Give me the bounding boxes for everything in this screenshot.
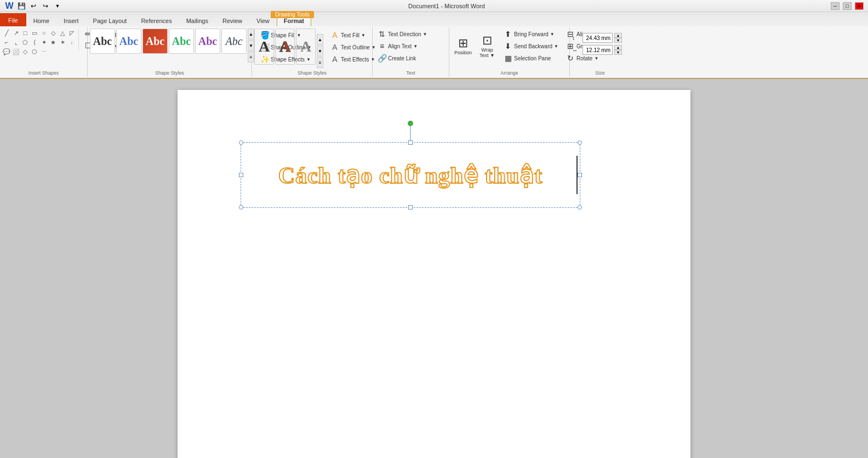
undo-icon[interactable]: ↩ bbox=[28, 1, 38, 11]
shape-style-2[interactable]: Abc bbox=[116, 29, 141, 54]
rotate-handle[interactable] bbox=[408, 121, 413, 126]
selection-pane-button[interactable]: ▦ Selection Pane bbox=[501, 53, 561, 64]
shape-style-3[interactable]: Abc bbox=[142, 29, 168, 54]
tab-home[interactable]: Home bbox=[26, 14, 56, 26]
insert-shapes-content: ╱ ↗ □ ▭ ○ ◇ △ ◸ ⌐ ⌞ ⬠ ⟨ ✦ bbox=[2, 29, 85, 76]
triangle-shape[interactable]: △ bbox=[58, 29, 67, 37]
word-icon[interactable]: W bbox=[4, 1, 14, 11]
tab-page-layout[interactable]: Page Layout bbox=[86, 14, 134, 26]
rect-shape[interactable]: □ bbox=[21, 29, 30, 37]
wordart-scroll-down[interactable]: ▼ bbox=[317, 46, 323, 56]
scroll-shape[interactable]: ↓ bbox=[67, 38, 76, 47]
text-effects-button[interactable]: A Text Effects ▼ bbox=[328, 54, 379, 65]
save-icon[interactable]: 💾 bbox=[16, 1, 26, 11]
height-row: ↕ ▲ ▼ bbox=[572, 33, 622, 43]
tab-review[interactable]: Review bbox=[215, 14, 249, 26]
quick-access-toolbar: W 💾 ↩ ↪ ▼ bbox=[4, 1, 62, 11]
wordart-text-style-1[interactable]: A bbox=[254, 29, 274, 65]
shape-style-4[interactable]: Abc bbox=[169, 29, 194, 54]
bent-shape[interactable]: ⌞ bbox=[12, 38, 20, 47]
shape-style-6[interactable]: Abc bbox=[221, 29, 247, 54]
diamond-shape[interactable]: ◇ bbox=[49, 29, 58, 37]
position-button[interactable]: ⊞ Position bbox=[452, 29, 475, 65]
shape-style-5[interactable]: Abc bbox=[195, 29, 220, 54]
tab-mailings[interactable]: Mailings bbox=[179, 14, 215, 26]
insert-shapes-label: Insert Shapes bbox=[0, 70, 87, 76]
arrow-shape[interactable]: ↗ bbox=[12, 29, 20, 37]
window-title: Document1 - Microsoft Word bbox=[62, 3, 831, 9]
wordart-text-style-3[interactable]: A bbox=[296, 29, 316, 65]
wordart-more[interactable]: ≡ bbox=[317, 57, 323, 68]
wordart-text-style-2[interactable]: A bbox=[275, 29, 295, 65]
chevron-shape[interactable]: ⟨ bbox=[30, 38, 39, 47]
text-outline-button[interactable]: A Text Outline ▼ bbox=[328, 42, 379, 53]
handle-top-left[interactable] bbox=[239, 140, 243, 145]
customize-icon[interactable]: ▼ bbox=[53, 1, 62, 11]
ribbon-content: ╱ ↗ □ ▭ ○ ◇ △ ◸ ⌐ ⌞ ⬠ ⟨ ✦ bbox=[0, 26, 868, 78]
flow2-shape[interactable]: ◇ bbox=[21, 47, 30, 56]
tab-references[interactable]: References bbox=[134, 14, 179, 26]
height-down-arrow[interactable]: ▼ bbox=[614, 38, 622, 43]
position-icon: ⊞ bbox=[458, 37, 468, 49]
shape-styles-content: Abc Abc Abc Abc Abc Abc ▲ ▼ ≡ � bbox=[90, 29, 249, 76]
document-area: Cách tạo chữ nghệ thuật bbox=[0, 79, 868, 458]
angle-shape[interactable]: ⌐ bbox=[2, 38, 11, 47]
redo-icon[interactable]: ↪ bbox=[41, 1, 50, 11]
pentagon-shape[interactable]: ⬠ bbox=[21, 38, 30, 47]
create-link-icon: 🔗 bbox=[378, 54, 386, 63]
close-button[interactable]: ✕ bbox=[855, 2, 864, 10]
text-group-content: ⇅ Text Direction ▼ ≡ Align Text ▼ 🔗 Crea… bbox=[375, 29, 447, 76]
wordart-textbox[interactable]: Cách tạo chữ nghệ thuật bbox=[241, 142, 580, 208]
width-input[interactable] bbox=[583, 45, 613, 55]
flow1-shape[interactable]: ⬜ bbox=[12, 47, 20, 56]
flow3-shape[interactable]: ⬡ bbox=[30, 47, 39, 56]
more-shapes[interactable]: ⋯ bbox=[39, 47, 48, 56]
callout-shape[interactable]: 💬 bbox=[2, 47, 11, 56]
text-effects-icon: A bbox=[330, 55, 339, 64]
wrap-text-button[interactable]: ⊡ WrapText ▼ bbox=[476, 29, 499, 65]
arrange-content: ⊞ Position ⊡ WrapText ▼ ⬆ Bring Forward … bbox=[452, 29, 567, 76]
star6-shape[interactable]: ✶ bbox=[58, 38, 67, 47]
create-link-button[interactable]: 🔗 Create Link bbox=[375, 53, 430, 64]
group-arrange: ⊞ Position ⊡ WrapText ▼ ⬆ Bring Forward … bbox=[449, 27, 570, 77]
ribbon-tab-row: File Home Insert Page Layout References … bbox=[0, 13, 868, 26]
text-direction-button[interactable]: ⇅ Text Direction ▼ bbox=[375, 29, 430, 39]
star5-shape[interactable]: ★ bbox=[49, 38, 58, 47]
tab-file[interactable]: File bbox=[0, 13, 26, 26]
align-text-button[interactable]: ≡ Align Text ▼ bbox=[375, 41, 430, 52]
restore-button[interactable]: □ bbox=[843, 2, 852, 10]
handle-bottom-center[interactable] bbox=[408, 205, 413, 210]
handle-middle-right[interactable] bbox=[578, 173, 582, 177]
star4-shape[interactable]: ✦ bbox=[39, 38, 48, 47]
shape-style-1[interactable]: Abc bbox=[90, 29, 115, 54]
align-text-icon: ≡ bbox=[378, 42, 386, 50]
bring-forward-icon: ⬆ bbox=[504, 30, 512, 38]
text-fill-button[interactable]: A Text Fill ▼ bbox=[328, 30, 379, 41]
width-down-arrow[interactable]: ▼ bbox=[614, 50, 622, 55]
round-rect-shape[interactable]: ▭ bbox=[30, 29, 39, 37]
height-up-arrow[interactable]: ▲ bbox=[614, 33, 622, 38]
handle-top-center[interactable] bbox=[408, 140, 413, 145]
wordart-text-content[interactable]: Cách tạo chữ nghệ thuật bbox=[278, 162, 543, 189]
bring-forward-button[interactable]: ⬆ Bring Forward ▼ bbox=[501, 29, 561, 39]
send-backward-icon: ⬇ bbox=[504, 42, 512, 50]
handle-bottom-left[interactable] bbox=[239, 205, 243, 210]
text-outline-icon: A bbox=[330, 43, 339, 52]
handle-top-right[interactable] bbox=[578, 140, 582, 145]
text-direction-icon: ⇅ bbox=[378, 30, 386, 38]
line-shape[interactable]: ╱ bbox=[2, 29, 11, 37]
group-size: ↕ ▲ ▼ ↔ ▲ ▼ Size bbox=[570, 27, 630, 77]
handle-bottom-right[interactable] bbox=[578, 205, 582, 210]
rtriangle-shape[interactable]: ◸ bbox=[67, 29, 76, 37]
tab-insert[interactable]: Insert bbox=[56, 14, 86, 26]
minimize-button[interactable]: ─ bbox=[831, 2, 840, 10]
handle-middle-left[interactable] bbox=[239, 173, 243, 177]
width-up-arrow[interactable]: ▲ bbox=[614, 45, 622, 50]
send-backward-button[interactable]: ⬇ Send Backward ▼ bbox=[501, 41, 561, 52]
shape-styles-label: Shape Styles bbox=[88, 70, 252, 76]
height-input[interactable] bbox=[583, 33, 613, 43]
wordart-scroll-up[interactable]: ▲ bbox=[317, 34, 323, 45]
wordart-styles-label: Shape Styles bbox=[252, 70, 372, 76]
text-label: Text bbox=[373, 70, 449, 76]
circle-shape[interactable]: ○ bbox=[39, 29, 48, 37]
